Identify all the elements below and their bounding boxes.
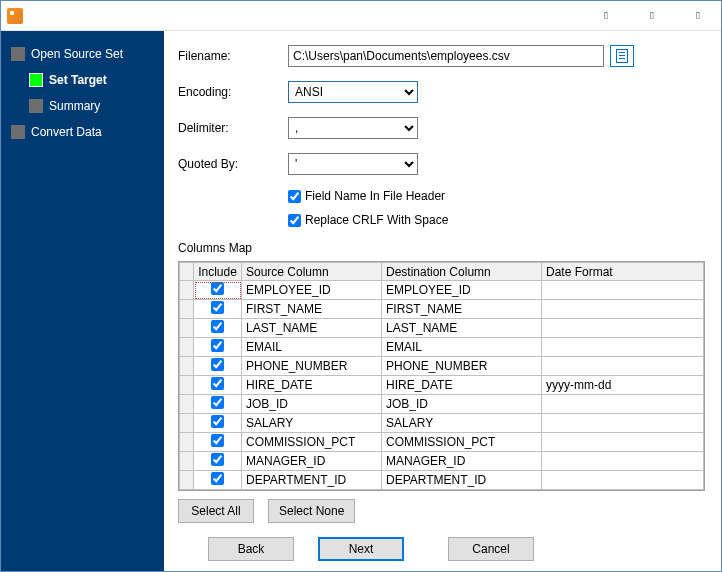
source-cell[interactable]: LAST_NAME xyxy=(242,319,382,338)
source-cell[interactable]: PHONE_NUMBER xyxy=(242,357,382,376)
include-checkbox[interactable] xyxy=(211,301,224,314)
include-cell[interactable] xyxy=(194,300,242,319)
sidebar-item-label: Convert Data xyxy=(31,125,102,139)
include-checkbox[interactable] xyxy=(211,358,224,371)
source-cell[interactable]: SALARY xyxy=(242,414,382,433)
table-row[interactable]: EMAILEMAIL xyxy=(180,338,704,357)
include-cell[interactable] xyxy=(194,338,242,357)
quoted-label: Quoted By: xyxy=(178,157,288,171)
sidebar-item-summary[interactable]: Summary xyxy=(1,93,164,119)
destination-cell[interactable]: SALARY xyxy=(382,414,542,433)
sidebar-item-set-target[interactable]: Set Target xyxy=(1,67,164,93)
include-cell[interactable] xyxy=(194,357,242,376)
date-format-cell[interactable]: yyyy-mm-dd xyxy=(542,376,704,395)
date-format-cell[interactable] xyxy=(542,357,704,376)
include-cell[interactable] xyxy=(194,319,242,338)
source-cell[interactable]: EMPLOYEE_ID xyxy=(242,281,382,300)
table-row[interactable]: LAST_NAMELAST_NAME xyxy=(180,319,704,338)
sidebar-item-open-source[interactable]: Open Source Set xyxy=(1,41,164,67)
maximize-button[interactable]:  xyxy=(629,1,675,31)
date-format-cell[interactable] xyxy=(542,452,704,471)
col-date-format[interactable]: Date Format xyxy=(542,263,704,281)
cancel-button[interactable]: Cancel xyxy=(448,537,534,561)
include-cell[interactable] xyxy=(194,471,242,490)
include-checkbox[interactable] xyxy=(211,339,224,352)
date-format-cell[interactable] xyxy=(542,395,704,414)
source-cell[interactable]: MANAGER_ID xyxy=(242,452,382,471)
include-cell[interactable] xyxy=(194,414,242,433)
destination-cell[interactable]: DEPARTMENT_ID xyxy=(382,471,542,490)
source-cell[interactable]: HIRE_DATE xyxy=(242,376,382,395)
table-row[interactable]: MANAGER_IDMANAGER_ID xyxy=(180,452,704,471)
browse-button[interactable] xyxy=(610,45,634,67)
sidebar-item-label: Summary xyxy=(49,99,100,113)
table-row[interactable]: JOB_IDJOB_ID xyxy=(180,395,704,414)
table-row[interactable]: EMPLOYEE_IDEMPLOYEE_ID xyxy=(180,281,704,300)
filename-input[interactable] xyxy=(288,45,604,67)
sidebar-item-convert-data[interactable]: Convert Data xyxy=(1,119,164,145)
minimize-button[interactable]:  xyxy=(583,1,629,31)
table-row[interactable]: COMMISSION_PCTCOMMISSION_PCT xyxy=(180,433,704,452)
col-include[interactable]: Include xyxy=(194,263,242,281)
destination-cell[interactable]: MANAGER_ID xyxy=(382,452,542,471)
row-header xyxy=(180,376,194,395)
source-cell[interactable]: JOB_ID xyxy=(242,395,382,414)
destination-cell[interactable]: HIRE_DATE xyxy=(382,376,542,395)
destination-cell[interactable]: PHONE_NUMBER xyxy=(382,357,542,376)
include-cell[interactable] xyxy=(194,376,242,395)
back-button[interactable]: Back xyxy=(208,537,294,561)
date-format-cell[interactable] xyxy=(542,300,704,319)
file-icon xyxy=(616,49,628,63)
include-checkbox[interactable] xyxy=(211,415,224,428)
encoding-select[interactable]: ANSI xyxy=(288,81,418,103)
date-format-cell[interactable] xyxy=(542,281,704,300)
date-format-cell[interactable] xyxy=(542,414,704,433)
include-checkbox[interactable] xyxy=(211,320,224,333)
include-cell[interactable] xyxy=(194,395,242,414)
col-destination[interactable]: Destination Column xyxy=(382,263,542,281)
destination-cell[interactable]: LAST_NAME xyxy=(382,319,542,338)
close-button[interactable]:  xyxy=(675,1,721,31)
select-all-button[interactable]: Select All xyxy=(178,499,254,523)
replace-crlf-checkbox[interactable] xyxy=(288,214,301,227)
next-button[interactable]: Next xyxy=(318,537,404,561)
include-checkbox[interactable] xyxy=(211,377,224,390)
include-checkbox[interactable] xyxy=(211,472,224,485)
row-header xyxy=(180,395,194,414)
include-checkbox[interactable] xyxy=(211,282,224,295)
include-checkbox[interactable] xyxy=(211,434,224,447)
include-cell[interactable] xyxy=(194,452,242,471)
date-format-cell[interactable] xyxy=(542,471,704,490)
table-row[interactable]: DEPARTMENT_IDDEPARTMENT_ID xyxy=(180,471,704,490)
select-none-button[interactable]: Select None xyxy=(268,499,355,523)
include-checkbox[interactable] xyxy=(211,453,224,466)
quoted-select[interactable]: ' xyxy=(288,153,418,175)
destination-cell[interactable]: COMMISSION_PCT xyxy=(382,433,542,452)
delimiter-select[interactable]: , xyxy=(288,117,418,139)
row-header xyxy=(180,300,194,319)
include-cell[interactable] xyxy=(194,433,242,452)
include-cell[interactable] xyxy=(194,281,242,300)
include-checkbox[interactable] xyxy=(211,396,224,409)
table-row[interactable]: FIRST_NAMEFIRST_NAME xyxy=(180,300,704,319)
source-cell[interactable]: FIRST_NAME xyxy=(242,300,382,319)
destination-cell[interactable]: JOB_ID xyxy=(382,395,542,414)
destination-cell[interactable]: EMAIL xyxy=(382,338,542,357)
source-cell[interactable]: EMAIL xyxy=(242,338,382,357)
destination-cell[interactable]: EMPLOYEE_ID xyxy=(382,281,542,300)
row-header xyxy=(180,452,194,471)
step-icon xyxy=(11,47,25,61)
step-icon xyxy=(29,99,43,113)
source-cell[interactable]: COMMISSION_PCT xyxy=(242,433,382,452)
source-cell[interactable]: DEPARTMENT_ID xyxy=(242,471,382,490)
field-name-header-checkbox[interactable] xyxy=(288,190,301,203)
date-format-cell[interactable] xyxy=(542,433,704,452)
step-icon xyxy=(11,125,25,139)
table-row[interactable]: PHONE_NUMBERPHONE_NUMBER xyxy=(180,357,704,376)
destination-cell[interactable]: FIRST_NAME xyxy=(382,300,542,319)
date-format-cell[interactable] xyxy=(542,319,704,338)
table-row[interactable]: SALARYSALARY xyxy=(180,414,704,433)
col-source[interactable]: Source Column xyxy=(242,263,382,281)
date-format-cell[interactable] xyxy=(542,338,704,357)
table-row[interactable]: HIRE_DATEHIRE_DATEyyyy-mm-dd xyxy=(180,376,704,395)
